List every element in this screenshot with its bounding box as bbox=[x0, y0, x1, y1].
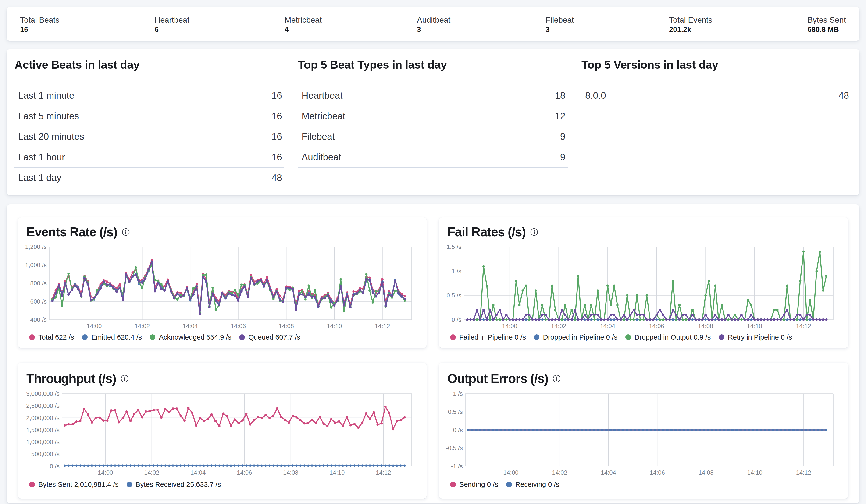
stat-label: Filebeat bbox=[546, 15, 574, 25]
summary-stat-total-beats: Total Beats16 bbox=[20, 15, 59, 41]
stat-value: 3 bbox=[546, 25, 574, 35]
row-value: 18 bbox=[502, 85, 568, 106]
summary-stat-auditbeat: Auditbeat3 bbox=[417, 15, 451, 41]
stat-label: Heartbeat bbox=[155, 15, 189, 25]
table-row: Auditbeat9 bbox=[298, 147, 568, 168]
row-label: Last 1 hour bbox=[14, 147, 235, 168]
legend-series-label: Bytes Sent 2,010,981.4 /s bbox=[38, 480, 119, 488]
chart-card-throughput: Throughput (/s)3,000,000 /s2,500,000 /s2… bbox=[18, 363, 426, 499]
y-axis-tick-label: 1 /s bbox=[452, 268, 462, 275]
summary-stat-metricbeat: Metricbeat4 bbox=[285, 15, 322, 41]
y-axis-tick-label: -1 /s bbox=[451, 463, 463, 470]
y-axis-tick-label: 1,500,000 /s bbox=[26, 426, 59, 434]
overview-column-1: Top 5 Beat Types in last dayHeartbeat18M… bbox=[298, 58, 568, 168]
row-value: 16 bbox=[235, 85, 284, 106]
legend-series-label: Dropped in Pipeline 0 /s bbox=[543, 333, 618, 341]
x-axis-tick-label: 14:10 bbox=[318, 322, 351, 330]
x-axis-tick-label: 14:08 bbox=[270, 322, 303, 330]
stat-label: Total Events bbox=[669, 15, 712, 25]
row-value: 48 bbox=[235, 168, 284, 188]
summary-stat-filebeat: Filebeat3 bbox=[546, 15, 574, 41]
y-axis-tick-label: -0.5 /s bbox=[446, 445, 463, 451]
legend-series-label: Bytes Received 25,633.7 /s bbox=[136, 480, 221, 488]
chart-legend: Failed in Pipeline 0 /sDropped in Pipeli… bbox=[450, 333, 792, 341]
overview-column-title: Top 5 Versions in last day bbox=[581, 58, 851, 72]
line-chart-output-errors bbox=[439, 363, 848, 499]
y-axis-tick-label: 0 /s bbox=[50, 463, 59, 470]
legend-item-dropped-in-pipeline[interactable]: Dropped in Pipeline 0 /s bbox=[534, 333, 618, 341]
overview-table: Last 1 minute16Last 5 minutes16Last 20 m… bbox=[14, 85, 284, 188]
y-axis-tick-label: 1,200 /s bbox=[25, 243, 47, 250]
row-label: Last 1 minute bbox=[14, 85, 235, 106]
legend-series-dot bbox=[150, 334, 155, 340]
line-chart-throughput bbox=[18, 363, 426, 499]
row-label: Last 20 minutes bbox=[14, 126, 235, 147]
legend-series-dot bbox=[126, 482, 132, 487]
stat-value: 680.8 MB bbox=[808, 25, 846, 35]
legend-item-queued[interactable]: Queued 607.7 /s bbox=[239, 333, 300, 341]
row-value: 9 bbox=[502, 147, 568, 168]
table-row: Last 1 hour16 bbox=[14, 147, 284, 168]
legend-item-emitted[interactable]: Emitted 620.4 /s bbox=[82, 333, 142, 341]
row-label: 8.0.0 bbox=[581, 85, 752, 106]
x-axis-tick-label: 14:00 bbox=[493, 322, 526, 330]
stat-value: 16 bbox=[20, 25, 59, 35]
summary-stat-total-events: Total Events201.2k bbox=[669, 15, 712, 41]
y-axis-tick-label: 1,000,000 /s bbox=[26, 438, 59, 445]
x-axis-tick-label: 14:02 bbox=[542, 322, 575, 330]
row-label: Filebeat bbox=[298, 126, 502, 147]
row-value: 16 bbox=[235, 126, 284, 147]
row-value: 16 bbox=[235, 147, 284, 168]
overview-column-0: Active Beats in last dayLast 1 minute16L… bbox=[14, 58, 284, 188]
y-axis-tick-label: 2,500,000 /s bbox=[26, 402, 59, 409]
y-axis-tick-label: 1 /s bbox=[453, 390, 463, 397]
y-axis-tick-label: 3,000,000 /s bbox=[26, 390, 59, 397]
x-axis-tick-label: 14:06 bbox=[640, 322, 673, 330]
legend-item-bytes-sent[interactable]: Bytes Sent 2,010,981.4 /s bbox=[29, 480, 119, 488]
y-axis-tick-label: 1,000 /s bbox=[25, 262, 47, 268]
legend-series-dot bbox=[82, 334, 88, 340]
x-axis-tick-label: 14:04 bbox=[592, 469, 625, 476]
legend-series-dot bbox=[534, 334, 540, 340]
x-axis-tick-label: 14:00 bbox=[89, 469, 122, 476]
table-row: Metricbeat12 bbox=[298, 106, 568, 126]
stat-value: 201.2k bbox=[669, 25, 712, 35]
legend-item-bytes-received[interactable]: Bytes Received 25,633.7 /s bbox=[126, 480, 221, 488]
table-row: Heartbeat18 bbox=[298, 85, 568, 106]
x-axis-tick-label: 14:12 bbox=[787, 322, 820, 330]
y-axis-tick-label: 800 /s bbox=[30, 280, 47, 287]
legend-series-label: Total 622 /s bbox=[38, 333, 74, 341]
charts-container-panel: Events Rate (/s)1,200 /s1,000 /s800 /s60… bbox=[7, 204, 859, 503]
chart-legend: Bytes Sent 2,010,981.4 /sBytes Received … bbox=[29, 480, 221, 488]
overview-table: Heartbeat18Metricbeat12Filebeat9Auditbea… bbox=[298, 85, 568, 168]
legend-series-dot bbox=[29, 482, 35, 487]
legend-item-sending[interactable]: Sending 0 /s bbox=[450, 480, 498, 488]
y-axis-tick-label: 400 /s bbox=[30, 316, 47, 323]
legend-item-acknowledged[interactable]: Acknowledged 554.9 /s bbox=[150, 333, 231, 341]
y-axis-tick-label: 0 /s bbox=[452, 316, 462, 323]
chart-legend: Total 622 /sEmitted 620.4 /sAcknowledged… bbox=[29, 333, 300, 341]
legend-item-retry-in-pipeline[interactable]: Retry in Pipeline 0 /s bbox=[719, 333, 792, 341]
x-axis-tick-label: 14:12 bbox=[367, 469, 400, 476]
row-label: Auditbeat bbox=[298, 147, 502, 168]
legend-item-receiving[interactable]: Receiving 0 /s bbox=[506, 480, 559, 488]
x-axis-tick-label: 14:06 bbox=[222, 322, 255, 330]
y-axis-tick-label: 0.5 /s bbox=[446, 292, 462, 299]
legend-item-failed-in-pipeline[interactable]: Failed in Pipeline 0 /s bbox=[450, 333, 526, 341]
legend-series-dot bbox=[239, 334, 245, 340]
x-axis-tick-label: 14:02 bbox=[126, 322, 159, 330]
summary-status-bar: Total Beats16Heartbeat6Metricbeat4Auditb… bbox=[7, 7, 859, 41]
x-axis-tick-label: 14:04 bbox=[182, 469, 214, 476]
row-value: 16 bbox=[235, 106, 284, 126]
legend-item-total[interactable]: Total 622 /s bbox=[29, 333, 74, 341]
legend-series-label: Acknowledged 554.9 /s bbox=[159, 333, 231, 341]
table-row: Last 20 minutes16 bbox=[14, 126, 284, 147]
x-axis-tick-label: 14:10 bbox=[739, 469, 771, 476]
stat-label: Auditbeat bbox=[417, 15, 451, 25]
x-axis-tick-label: 14:04 bbox=[174, 322, 207, 330]
legend-item-dropped-in-output[interactable]: Dropped in Output 0.9 /s bbox=[625, 333, 711, 341]
legend-series-label: Sending 0 /s bbox=[459, 480, 498, 488]
x-axis-tick-label: 14:06 bbox=[228, 469, 261, 476]
x-axis-tick-label: 14:00 bbox=[78, 322, 111, 330]
x-axis-tick-label: 14:00 bbox=[495, 469, 527, 476]
